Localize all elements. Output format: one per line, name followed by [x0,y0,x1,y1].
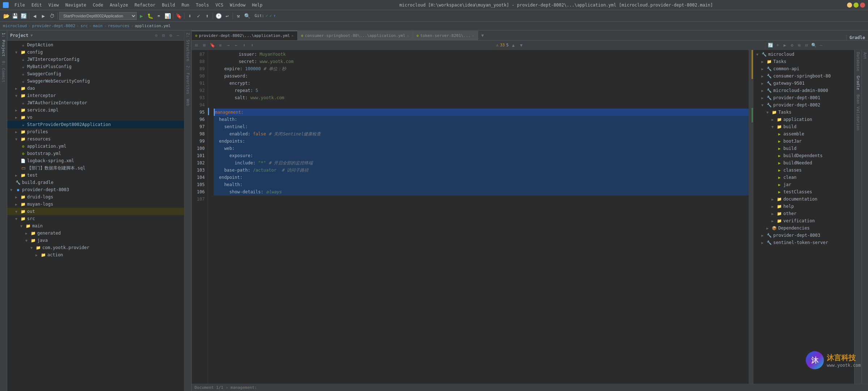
settings-button[interactable]: ⚙ [167,32,174,39]
sidebar-tab-web[interactable]: Web [185,97,191,108]
breadcrumb-src[interactable]: src [81,24,88,28]
tree-item-deptaction[interactable]: ☕ DeptAction [7,41,184,49]
tree-item-out[interactable]: ▼ 📁 out [7,208,184,215]
minimize-button[interactable] [847,3,852,8]
gradle-task-bootjar[interactable]: ▶ bootJar [753,138,854,145]
tree-item-logbackxml[interactable]: 📄 logback-spring.xml [7,157,184,164]
scroll-up-btn[interactable]: ▲ [510,42,516,49]
indent-btn[interactable]: → [225,42,231,49]
gradle-tree-build[interactable]: ▼ 📁 build [753,123,854,130]
gradle-collapse-btn[interactable]: ⊟ [803,42,810,49]
hide-panel-button[interactable]: — [175,32,181,39]
tree-item-bootstrapyml[interactable]: ⚙ bootstrap.yml [7,150,184,157]
gradle-task-buildneeded[interactable]: ▶ buildNeeded [753,159,854,167]
menu-build[interactable]: Build [159,2,178,8]
breadcrumb-module[interactable]: provider-dept-8002 [32,24,75,28]
tree-item-resources[interactable]: ▼ 📁 resources [7,135,184,143]
sidebar-tab-database[interactable]: Database [855,50,861,73]
coverage-button[interactable]: ☂ [155,12,163,20]
gradle-task-testclasses[interactable]: ▶ testClasses [753,188,854,196]
sync-button[interactable]: 🔄 [20,12,27,20]
tree-item-muyanlogs[interactable]: ▶ 📁 muyan-logs [7,201,184,208]
gradle-tree-help[interactable]: ▶ 📁 help [753,203,854,210]
gradle-tree-gateway9501[interactable]: ▶ 🔧 gateway-9501 [753,80,854,87]
gradle-task-clean[interactable]: ▶ clean [753,174,854,181]
gradle-tree-sentineltoken[interactable]: ▶ 🔧 sentinel-token-server [753,239,854,246]
tree-item-sqlscript[interactable]: 🗃 【部门】数据库创建脚本.sql [7,164,184,172]
tab-close-button[interactable]: ✕ [472,34,474,38]
back-button[interactable]: ◀ [31,12,39,20]
align-btn[interactable]: ≡ [217,42,224,49]
tree-item-applicationyml[interactable]: ⚙ application.yml [7,143,184,150]
gradle-task-assemble[interactable]: ▶ assemble [753,130,854,138]
recent-button[interactable]: ⏱ [48,12,56,20]
search-button[interactable]: 🔍 [243,12,251,20]
tree-item-serviceimpl[interactable]: ▶ 📁 service.impl [7,106,184,114]
sidebar-tab-structure[interactable]: Z: Structure [185,30,191,63]
editor-scrollbar-track[interactable] [749,50,753,384]
tree-item-jwtinterceptorconfig[interactable]: ☕ JWTInterceptorConfig [7,56,184,63]
breadcrumb-resources[interactable]: resources [108,24,129,28]
gradle-tree-provider8002[interactable]: ▼ 🔧 provider-dept-8002 [753,101,854,109]
bookmark-button[interactable]: 🔖 [175,12,183,20]
gradle-add-btn[interactable]: + [774,42,781,49]
menu-navigate[interactable]: Navigate [63,2,89,8]
tree-item-java[interactable]: ▼ 📁 java [7,237,184,244]
tree-item-swaggerwebsecurityconfig[interactable]: ☕ SwaggerWebSecurityConfig [7,77,184,85]
vcs-update-button[interactable]: ⬇ [186,12,194,20]
fold-all-button[interactable]: ⊟ [193,42,200,49]
menu-refactor[interactable]: Refactor [132,2,158,8]
sidebar-tab-beanvalidation[interactable]: Bean Validation [855,92,861,133]
code-editor[interactable]: issuer: MuyanYootk secret: www.yootk.com… [211,50,749,384]
gradle-tree-provider8001[interactable]: ▶ 🔧 provider-dept-8001 [753,94,854,101]
tree-item-startapplication[interactable]: ☕ StartProviderDept8002Application [7,121,184,128]
tree-item-main[interactable]: ▼ 📁 main [7,222,184,230]
breadcrumb-microcloud[interactable]: microcloud [3,24,27,28]
chevron-down-icon[interactable]: ▼ [31,33,33,37]
vcs-push-button[interactable]: ⬆ [203,12,211,20]
menu-file[interactable]: File [12,2,28,8]
gradle-tree-commonapi[interactable]: ▶ 🔧 common-api [753,65,854,72]
tab-token-yml[interactable]: ⚙ token-server-8201\... ✕ [413,31,478,40]
menu-vcs[interactable]: VCS [213,2,226,8]
menu-code[interactable]: Code [90,2,106,8]
gradle-reload-btn[interactable]: 🔄 [767,42,774,49]
tab-close-button[interactable]: ✕ [407,34,409,38]
expand-all-button[interactable]: ⊞ [201,42,208,49]
gradle-task-jar[interactable]: ▶ jar [753,181,854,188]
menu-analyze[interactable]: Analyze [107,2,131,8]
tree-item-generated[interactable]: ▶ 📁 generated [7,230,184,237]
profile-button[interactable]: 📊 [163,12,171,20]
tree-item-dao[interactable]: ▶ 📁 dao [7,85,184,92]
tab-application-yml[interactable]: ⚙ provider-dept-8002\...\application.yml… [192,31,298,40]
prev-btn[interactable]: ⬆ [241,42,247,49]
gradle-tree-provider8003[interactable]: ▶ 🔧 provider-dept-8003 [753,232,854,239]
gradle-tree-microcloud[interactable]: ▼ 🔧 microcloud [753,51,854,58]
outdent-btn[interactable]: ← [233,42,239,49]
gradle-tree-verification[interactable]: ▶ 📁 verification [753,217,854,224]
gradle-tree-tasks-root[interactable]: ▶ 📁 Tasks [753,58,854,65]
tree-item-druidlogs[interactable]: ▶ 📁 druid-logs [7,193,184,201]
run-button[interactable]: ▶ [137,12,145,20]
gradle-tree-consumer80[interactable]: ▶ 🔧 consumer-springboot-80 [753,72,854,80]
tab-list-button[interactable]: ▼ [479,31,486,40]
gradle-task-builddependents[interactable]: ▶ buildDependents [753,152,854,159]
gradle-expand-btn[interactable]: ⊞ [796,42,803,49]
menu-window[interactable]: Window [227,2,248,8]
terminal-button[interactable]: ⚒ [234,12,242,20]
menu-edit[interactable]: Edit [29,2,45,8]
sidebar-tab-project[interactable]: 1: Project [0,30,7,59]
tree-item-interceptor[interactable]: ▼ 📁 interceptor [7,92,184,99]
tab-consumer-yml[interactable]: ⚙ consumer-springboot-80\...\application… [298,31,413,40]
tree-item-profiles[interactable]: ▶ 📁 profiles [7,128,184,135]
sidebar-tab-ant[interactable]: Ant [862,50,868,62]
gradle-run-btn[interactable]: ▶ [782,42,788,49]
menu-view[interactable]: View [46,2,62,8]
rollback-button[interactable]: ↩ [223,12,231,20]
gradle-tree-dependencies8002[interactable]: ▶ 📦 Dependencies [753,224,854,232]
tree-item-action[interactable]: ▶ 📁 action [7,251,184,258]
maximize-button[interactable] [854,3,859,8]
debug-button[interactable]: 🐛 [146,12,154,20]
open-button[interactable]: 📂 [2,12,10,20]
gradle-settings-btn[interactable]: ⚙ [789,42,795,49]
